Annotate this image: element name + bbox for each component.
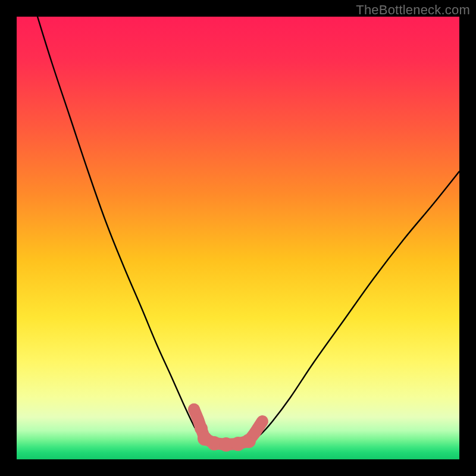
bottleneck-curve [37, 17, 459, 444]
watermark-text: TheBottleneck.com [356, 2, 470, 18]
trough-marker-dot [249, 427, 261, 439]
trough-marker-dot [258, 417, 267, 425]
trough-marker-group [188, 403, 267, 452]
chart-curves-layer [17, 17, 459, 459]
chart-frame [17, 17, 459, 459]
trough-marker-dot [188, 403, 200, 415]
